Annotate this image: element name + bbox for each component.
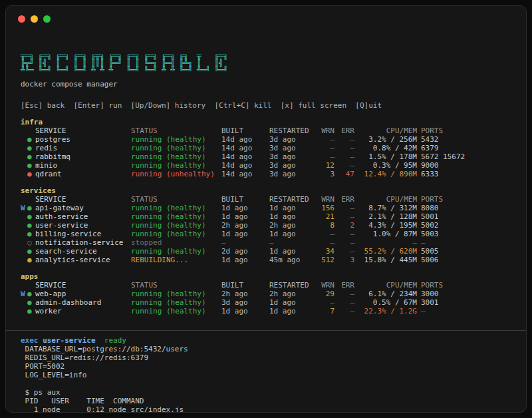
column-header-restarted: RESTARTED	[269, 195, 317, 204]
service-ports: 6379	[417, 144, 510, 152]
service-row[interactable]: ●billing-service running (healthy) 1d ag…	[21, 230, 510, 238]
service-row[interactable]: ●postgres running (healthy) 14d ago 3d a…	[21, 135, 510, 144]
exec-target: user-service	[43, 336, 95, 345]
service-status: running (healthy)	[131, 161, 221, 170]
status-dot-icon: ●	[27, 152, 35, 161]
service-row[interactable]: ●analytics-service REBUILDING... 1d ago …	[21, 256, 510, 264]
service-ports: 5003	[417, 230, 510, 238]
close-button[interactable]	[18, 15, 25, 23]
service-row[interactable]: W●api-gateway running (healthy) 1d ago 1…	[21, 204, 510, 212]
service-status: running (healthy)	[131, 298, 221, 307]
service-cpu-mem: 22.3% / 1.2G	[354, 307, 417, 315]
service-name: search-service	[35, 247, 97, 256]
service-status: running (healthy)	[131, 204, 221, 212]
service-row[interactable]: ●worker running (healthy) 1d ago 1d ago …	[21, 307, 510, 315]
exec-status-line: exec user-service ready	[21, 336, 510, 345]
service-row[interactable]: ●qdrant running (unhealthy) 14d ago 3d a…	[21, 170, 510, 178]
service-status: running (healthy)	[131, 307, 221, 315]
service-cpu-mem: 6.1% / 234M	[354, 290, 417, 298]
column-header-cpu-mem: CPU/MEM	[354, 281, 417, 290]
service-row[interactable]: ●minio running (healthy) 14d ago 3d ago …	[21, 161, 510, 170]
column-header-ports: PORTS	[417, 126, 510, 135]
service-row[interactable]: ●admin-dashboard running (healthy) 3d ag…	[21, 298, 510, 307]
service-status: stopped	[131, 238, 221, 247]
service-ports: 5002	[417, 221, 510, 230]
service-ports: 5006	[417, 256, 510, 264]
service-row[interactable]: W●web-app running (healthy) 2h ago 2h ag…	[21, 290, 510, 298]
service-errors: –	[334, 135, 354, 144]
table-header-infra: SERVICE STATUS BUILT RESTARTED WRN ERR C…	[21, 126, 510, 135]
service-restarted: –	[269, 238, 317, 247]
service-errors: 3	[334, 256, 354, 264]
service-ports: 3000	[417, 290, 510, 298]
status-dot-icon: ●	[27, 290, 35, 298]
app-logo-line: ╩╚═ ╚═╝ ╚═╝ ╚═╝ ╩ ╩ ╩ ╚═╝ ╚═╝ ╩ ╩ ╚═╝ ╩═…	[21, 67, 510, 74]
column-header-cpu-mem: CPU/MEM	[354, 126, 417, 135]
service-cpu-mem: 2.1% / 128M	[354, 212, 417, 221]
service-warnings: –	[317, 144, 334, 152]
column-header-restarted: RESTARTED	[269, 281, 317, 290]
console-output-line: PORT=5002	[21, 362, 510, 371]
console-output-line: PID USER TIME COMMAND	[21, 397, 510, 405]
service-row[interactable]: ●user-service running (healthy) 2h ago 2…	[21, 221, 510, 230]
service-name: web-app	[35, 290, 66, 298]
service-ports: 8080	[417, 204, 510, 212]
service-restarted: 1d ago	[269, 298, 317, 307]
service-built: –	[221, 238, 269, 247]
service-errors: –	[334, 144, 354, 152]
app-logo: ╦═╗ ╔═╗ ╔═╗ ╔═╗ ╔╦╗ ╔═╗ ╔═╗ ╔═╗ ╔═╗ ╔╗ ╦…	[21, 30, 510, 74]
service-built: 14d ago	[221, 161, 269, 170]
console-output-line: 1 node 0:12 node src/index.js	[21, 405, 510, 413]
service-built: 14d ago	[221, 144, 269, 152]
service-ports: –	[417, 238, 510, 247]
service-built: 1d ago	[221, 307, 269, 315]
status-dot-icon: ●	[27, 212, 35, 221]
service-status: running (healthy)	[131, 135, 221, 144]
service-built: 1d ago	[221, 230, 269, 238]
service-warnings: –	[317, 152, 334, 161]
service-name: user-service	[35, 221, 88, 230]
service-ports: 5001	[417, 212, 510, 221]
status-dot-icon: ●	[27, 221, 35, 230]
column-header-restarted: RESTARTED	[269, 126, 317, 135]
console-panel: exec user-service ready DATABASE_URL=pos…	[6, 330, 526, 413]
service-name: admin-dashboard	[35, 298, 101, 307]
service-errors: –	[334, 152, 354, 161]
service-warnings: 3	[317, 170, 334, 178]
service-errors: –	[334, 247, 354, 256]
service-row[interactable]: ●redis running (healthy) 14d ago 3d ago …	[21, 144, 510, 152]
service-cpu-mem: 1.0% / 87M	[354, 230, 417, 238]
service-errors: –	[334, 204, 354, 212]
watch-flag: W	[21, 204, 27, 212]
service-table-apps: W●web-app running (healthy) 2h ago 2h ag…	[21, 290, 510, 315]
service-built: 1d ago	[221, 204, 269, 212]
service-cpu-mem: 1.5% / 178M	[354, 152, 417, 161]
main-content: ╦═╗ ╔═╗ ╔═╗ ╔═╗ ╔╦╗ ╔═╗ ╔═╗ ╔═╗ ╔═╗ ╔╗ ╦…	[6, 25, 526, 315]
service-ports: 9000	[417, 161, 510, 170]
minimize-button[interactable]	[31, 15, 38, 23]
service-name: analytics-service	[35, 256, 110, 264]
service-row[interactable]: ●auth-service running (healthy) 1d ago 1…	[21, 212, 510, 221]
service-ports: 5005	[417, 247, 510, 256]
column-header-built: BUILT	[221, 281, 269, 290]
service-warnings: –	[317, 135, 334, 144]
service-row[interactable]: ●search-service running (healthy) 2d ago…	[21, 247, 510, 256]
service-name: redis	[35, 144, 57, 152]
service-cpu-mem: 0.5% / 67M	[354, 298, 417, 307]
service-built: 2h ago	[221, 221, 269, 230]
console-output-line: LOG_LEVEL=info	[21, 371, 510, 379]
table-header-services: SERVICE STATUS BUILT RESTARTED WRN ERR C…	[21, 195, 510, 204]
service-built: 2h ago	[221, 290, 269, 298]
service-row[interactable]: ○notification-service stopped – – – – – …	[21, 238, 510, 247]
service-restarted: 2h ago	[269, 290, 317, 298]
zoom-button[interactable]	[43, 15, 51, 23]
service-restarted: 3d ago	[269, 152, 317, 161]
service-cpu-mem: 3.2% / 256M	[354, 135, 417, 144]
service-errors: –	[334, 290, 354, 298]
service-cpu-mem: 15.8% / 445M	[354, 256, 417, 264]
status-dot-icon: ●	[27, 247, 35, 256]
service-cpu-mem: 4.3% / 195M	[354, 221, 417, 230]
service-name: auth-service	[35, 212, 88, 221]
service-ports: –	[417, 307, 510, 315]
service-row[interactable]: ●rabbitmq running (healthy) 14d ago 3d a…	[21, 152, 510, 161]
